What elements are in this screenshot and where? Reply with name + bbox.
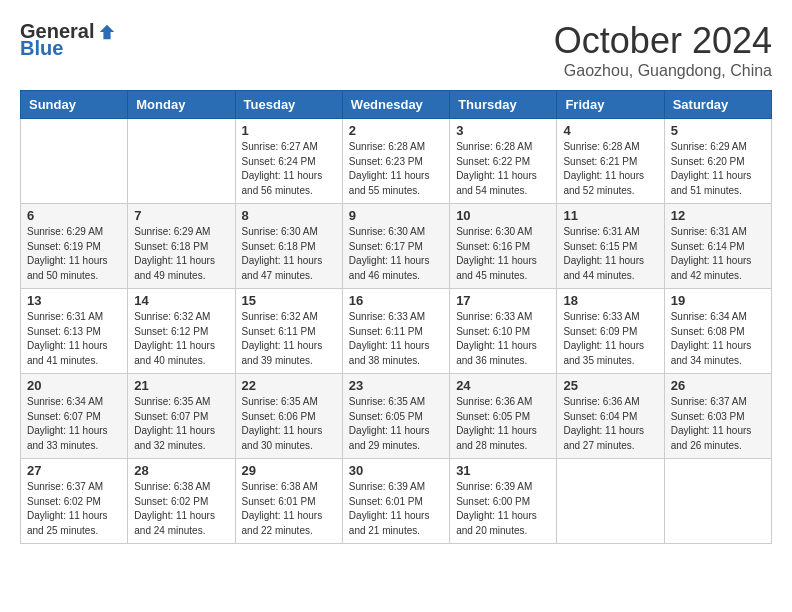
calendar-cell: 14Sunrise: 6:32 AM Sunset: 6:12 PM Dayli… — [128, 289, 235, 374]
day-number: 7 — [134, 208, 228, 223]
day-number: 6 — [27, 208, 121, 223]
calendar-cell: 21Sunrise: 6:35 AM Sunset: 6:07 PM Dayli… — [128, 374, 235, 459]
header-wednesday: Wednesday — [342, 91, 449, 119]
calendar-cell: 16Sunrise: 6:33 AM Sunset: 6:11 PM Dayli… — [342, 289, 449, 374]
header-friday: Friday — [557, 91, 664, 119]
calendar-cell: 31Sunrise: 6:39 AM Sunset: 6:00 PM Dayli… — [450, 459, 557, 544]
day-info: Sunrise: 6:30 AM Sunset: 6:18 PM Dayligh… — [242, 225, 336, 283]
day-number: 24 — [456, 378, 550, 393]
day-number: 4 — [563, 123, 657, 138]
logo: General Blue — [20, 20, 116, 60]
day-number: 19 — [671, 293, 765, 308]
day-number: 17 — [456, 293, 550, 308]
calendar-cell: 1Sunrise: 6:27 AM Sunset: 6:24 PM Daylig… — [235, 119, 342, 204]
day-info: Sunrise: 6:38 AM Sunset: 6:02 PM Dayligh… — [134, 480, 228, 538]
calendar-week-3: 13Sunrise: 6:31 AM Sunset: 6:13 PM Dayli… — [21, 289, 772, 374]
page-header: General Blue October 2024 Gaozhou, Guang… — [20, 20, 772, 80]
calendar-cell: 30Sunrise: 6:39 AM Sunset: 6:01 PM Dayli… — [342, 459, 449, 544]
day-number: 27 — [27, 463, 121, 478]
calendar-header-row: SundayMondayTuesdayWednesdayThursdayFrid… — [21, 91, 772, 119]
calendar-cell: 9Sunrise: 6:30 AM Sunset: 6:17 PM Daylig… — [342, 204, 449, 289]
header-sunday: Sunday — [21, 91, 128, 119]
day-number: 2 — [349, 123, 443, 138]
day-info: Sunrise: 6:32 AM Sunset: 6:12 PM Dayligh… — [134, 310, 228, 368]
day-number: 15 — [242, 293, 336, 308]
day-info: Sunrise: 6:34 AM Sunset: 6:07 PM Dayligh… — [27, 395, 121, 453]
day-info: Sunrise: 6:28 AM Sunset: 6:22 PM Dayligh… — [456, 140, 550, 198]
day-info: Sunrise: 6:29 AM Sunset: 6:19 PM Dayligh… — [27, 225, 121, 283]
day-info: Sunrise: 6:37 AM Sunset: 6:02 PM Dayligh… — [27, 480, 121, 538]
calendar-week-5: 27Sunrise: 6:37 AM Sunset: 6:02 PM Dayli… — [21, 459, 772, 544]
day-number: 18 — [563, 293, 657, 308]
calendar-cell — [128, 119, 235, 204]
calendar-cell: 13Sunrise: 6:31 AM Sunset: 6:13 PM Dayli… — [21, 289, 128, 374]
day-number: 26 — [671, 378, 765, 393]
day-info: Sunrise: 6:30 AM Sunset: 6:16 PM Dayligh… — [456, 225, 550, 283]
header-thursday: Thursday — [450, 91, 557, 119]
calendar-week-4: 20Sunrise: 6:34 AM Sunset: 6:07 PM Dayli… — [21, 374, 772, 459]
day-info: Sunrise: 6:28 AM Sunset: 6:23 PM Dayligh… — [349, 140, 443, 198]
day-number: 25 — [563, 378, 657, 393]
day-info: Sunrise: 6:27 AM Sunset: 6:24 PM Dayligh… — [242, 140, 336, 198]
day-number: 11 — [563, 208, 657, 223]
day-info: Sunrise: 6:33 AM Sunset: 6:11 PM Dayligh… — [349, 310, 443, 368]
day-info: Sunrise: 6:35 AM Sunset: 6:05 PM Dayligh… — [349, 395, 443, 453]
logo-blue: Blue — [20, 37, 63, 60]
day-number: 12 — [671, 208, 765, 223]
day-number: 3 — [456, 123, 550, 138]
day-info: Sunrise: 6:35 AM Sunset: 6:06 PM Dayligh… — [242, 395, 336, 453]
day-number: 29 — [242, 463, 336, 478]
day-number: 1 — [242, 123, 336, 138]
day-number: 16 — [349, 293, 443, 308]
calendar-cell: 27Sunrise: 6:37 AM Sunset: 6:02 PM Dayli… — [21, 459, 128, 544]
svg-marker-0 — [100, 24, 114, 38]
day-number: 22 — [242, 378, 336, 393]
calendar-cell: 12Sunrise: 6:31 AM Sunset: 6:14 PM Dayli… — [664, 204, 771, 289]
calendar-cell: 23Sunrise: 6:35 AM Sunset: 6:05 PM Dayli… — [342, 374, 449, 459]
day-info: Sunrise: 6:29 AM Sunset: 6:18 PM Dayligh… — [134, 225, 228, 283]
calendar-cell — [557, 459, 664, 544]
calendar-cell: 4Sunrise: 6:28 AM Sunset: 6:21 PM Daylig… — [557, 119, 664, 204]
calendar-cell: 7Sunrise: 6:29 AM Sunset: 6:18 PM Daylig… — [128, 204, 235, 289]
day-info: Sunrise: 6:34 AM Sunset: 6:08 PM Dayligh… — [671, 310, 765, 368]
calendar-cell: 5Sunrise: 6:29 AM Sunset: 6:20 PM Daylig… — [664, 119, 771, 204]
calendar-cell: 19Sunrise: 6:34 AM Sunset: 6:08 PM Dayli… — [664, 289, 771, 374]
day-number: 13 — [27, 293, 121, 308]
calendar-cell: 25Sunrise: 6:36 AM Sunset: 6:04 PM Dayli… — [557, 374, 664, 459]
header-monday: Monday — [128, 91, 235, 119]
calendar-week-1: 1Sunrise: 6:27 AM Sunset: 6:24 PM Daylig… — [21, 119, 772, 204]
location-subtitle: Gaozhou, Guangdong, China — [554, 62, 772, 80]
day-info: Sunrise: 6:28 AM Sunset: 6:21 PM Dayligh… — [563, 140, 657, 198]
calendar-cell: 3Sunrise: 6:28 AM Sunset: 6:22 PM Daylig… — [450, 119, 557, 204]
calendar-cell: 2Sunrise: 6:28 AM Sunset: 6:23 PM Daylig… — [342, 119, 449, 204]
day-number: 14 — [134, 293, 228, 308]
day-number: 31 — [456, 463, 550, 478]
day-info: Sunrise: 6:33 AM Sunset: 6:10 PM Dayligh… — [456, 310, 550, 368]
day-number: 28 — [134, 463, 228, 478]
calendar-cell: 24Sunrise: 6:36 AM Sunset: 6:05 PM Dayli… — [450, 374, 557, 459]
day-info: Sunrise: 6:31 AM Sunset: 6:14 PM Dayligh… — [671, 225, 765, 283]
calendar-cell: 18Sunrise: 6:33 AM Sunset: 6:09 PM Dayli… — [557, 289, 664, 374]
calendar-cell: 10Sunrise: 6:30 AM Sunset: 6:16 PM Dayli… — [450, 204, 557, 289]
header-tuesday: Tuesday — [235, 91, 342, 119]
day-info: Sunrise: 6:31 AM Sunset: 6:15 PM Dayligh… — [563, 225, 657, 283]
day-info: Sunrise: 6:37 AM Sunset: 6:03 PM Dayligh… — [671, 395, 765, 453]
day-info: Sunrise: 6:33 AM Sunset: 6:09 PM Dayligh… — [563, 310, 657, 368]
calendar-cell: 20Sunrise: 6:34 AM Sunset: 6:07 PM Dayli… — [21, 374, 128, 459]
calendar-cell: 6Sunrise: 6:29 AM Sunset: 6:19 PM Daylig… — [21, 204, 128, 289]
month-title: October 2024 — [554, 20, 772, 62]
calendar-cell: 29Sunrise: 6:38 AM Sunset: 6:01 PM Dayli… — [235, 459, 342, 544]
calendar-cell: 22Sunrise: 6:35 AM Sunset: 6:06 PM Dayli… — [235, 374, 342, 459]
calendar-cell: 17Sunrise: 6:33 AM Sunset: 6:10 PM Dayli… — [450, 289, 557, 374]
day-info: Sunrise: 6:35 AM Sunset: 6:07 PM Dayligh… — [134, 395, 228, 453]
logo-icon — [98, 23, 116, 41]
calendar-week-2: 6Sunrise: 6:29 AM Sunset: 6:19 PM Daylig… — [21, 204, 772, 289]
calendar-cell: 8Sunrise: 6:30 AM Sunset: 6:18 PM Daylig… — [235, 204, 342, 289]
calendar-cell: 26Sunrise: 6:37 AM Sunset: 6:03 PM Dayli… — [664, 374, 771, 459]
day-number: 8 — [242, 208, 336, 223]
day-info: Sunrise: 6:39 AM Sunset: 6:00 PM Dayligh… — [456, 480, 550, 538]
day-info: Sunrise: 6:30 AM Sunset: 6:17 PM Dayligh… — [349, 225, 443, 283]
calendar-cell: 15Sunrise: 6:32 AM Sunset: 6:11 PM Dayli… — [235, 289, 342, 374]
day-info: Sunrise: 6:38 AM Sunset: 6:01 PM Dayligh… — [242, 480, 336, 538]
day-number: 5 — [671, 123, 765, 138]
